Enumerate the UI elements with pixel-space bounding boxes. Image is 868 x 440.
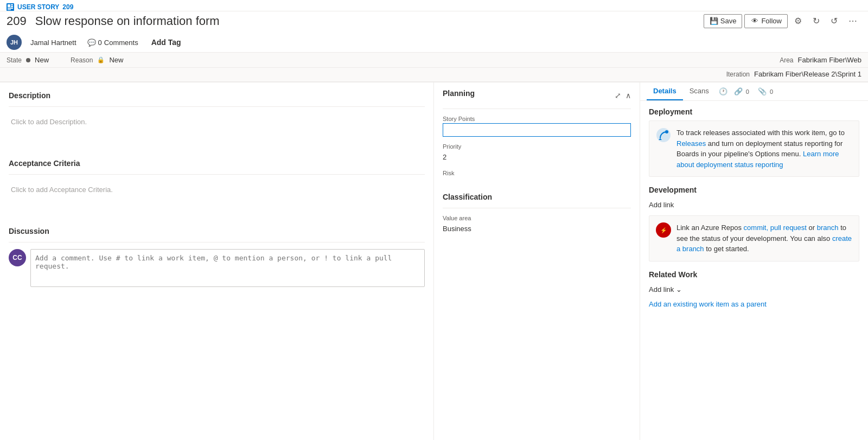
pull-request-link[interactable]: pull request — [770, 224, 807, 232]
author-avatar: JH — [7, 35, 22, 50]
acceptance-criteria-input[interactable]: Click to add Acceptance Criteria. — [9, 181, 425, 214]
eye-icon: 👁 — [750, 17, 759, 25]
planning-expand-icons: ⤢ ∧ — [615, 91, 631, 100]
value-area-label: Value area — [443, 215, 631, 221]
work-item-type: USER STORY 209 — [7, 3, 73, 11]
dev-repo-icon: ⚡ — [656, 222, 671, 238]
attachments-count: 0 — [768, 88, 775, 95]
deployment-section: Deployment To track releases associated … — [649, 107, 859, 177]
state-label: State — [7, 56, 22, 64]
comment-icon: 💬 — [87, 39, 96, 47]
deployment-info-text: To track releases associated with this w… — [676, 127, 852, 170]
lock-icon: 🔒 — [97, 56, 105, 63]
top-bar: USER STORY 209 — [0, 0, 868, 11]
fields-row-2: Iteration Fabrikam Fiber\Release 2\Sprin… — [0, 68, 868, 82]
acceptance-criteria-title: Acceptance Criteria — [9, 159, 425, 168]
chevron-down-icon: ⌄ — [676, 285, 682, 294]
state-value[interactable]: New — [35, 56, 49, 64]
author-name: Jamal Hartnett — [30, 39, 76, 47]
priority-value[interactable]: 2 — [443, 151, 631, 163]
development-info-card: ⚡ Link an Azure Repos commit, pull reque… — [649, 215, 859, 262]
iteration-value[interactable]: Fabrikam Fiber\Release 2\Sprint 1 — [754, 70, 861, 78]
related-work-add-link-button[interactable]: Add link ⌄ — [649, 283, 859, 296]
svg-rect-4 — [8, 8, 13, 9]
middle-pane: Planning ⤢ ∧ Story Points Priority 2 Ris… — [434, 82, 640, 440]
undo-button[interactable]: ↺ — [826, 14, 842, 28]
planning-header: Planning ⤢ ∧ — [443, 89, 631, 102]
risk-value[interactable] — [443, 177, 631, 182]
svg-rect-3 — [11, 6, 13, 7]
refresh-button[interactable]: ↻ — [808, 14, 824, 28]
risk-label: Risk — [443, 170, 631, 176]
comments-button[interactable]: 💬 0 Comments — [85, 37, 141, 48]
description-input[interactable]: Click to add Description. — [9, 113, 425, 146]
fields-row-1: State New Reason 🔒 New Area Fabrikam Fib… — [0, 53, 868, 68]
more-button[interactable]: ⋯ — [844, 14, 861, 28]
branch-link[interactable]: branch — [817, 224, 839, 232]
iteration-label: Iteration — [726, 71, 750, 78]
dev-add-link-label: Add link — [649, 201, 674, 209]
development-info-text: Link an Azure Repos commit, pull request… — [676, 222, 852, 254]
work-item-type-label: USER STORY — [17, 3, 59, 11]
follow-button[interactable]: 👁 Follow — [744, 14, 788, 28]
link-icon: 🔗 — [734, 87, 743, 95]
description-section: Description Click to add Description. — [9, 91, 425, 146]
tab-history[interactable]: 🕐 — [716, 83, 731, 100]
story-points-label: Story Points — [443, 116, 631, 122]
iteration-field-group: Iteration Fabrikam Fiber\Release 2\Sprin… — [726, 70, 861, 78]
user-story-icon — [7, 3, 14, 11]
settings-button[interactable]: ⚙ — [790, 14, 806, 28]
development-section: Development Add link ⚡ Link an Azure Rep… — [649, 186, 859, 262]
area-value[interactable]: Fabrikam Fiber\Web — [797, 56, 861, 64]
expand-icon[interactable]: ⤢ — [615, 91, 621, 100]
toolbar-right: 💾 Save 👁 Follow ⚙ ↻ ↺ ⋯ — [704, 14, 861, 28]
save-button[interactable]: 💾 Save — [704, 14, 743, 28]
classification-section: Classification Value area Business — [443, 193, 631, 235]
tab-scans[interactable]: Scans — [683, 82, 716, 100]
add-tag-button[interactable]: Add Tag — [149, 37, 183, 48]
planning-section: Planning ⤢ ∧ Story Points Priority 2 Ris… — [443, 89, 631, 182]
collapse-icon[interactable]: ∧ — [626, 91, 631, 100]
releases-link[interactable]: Releases — [676, 139, 706, 148]
reason-value[interactable]: New — [109, 56, 123, 64]
area-label: Area — [780, 56, 793, 64]
follow-label: Follow — [761, 17, 782, 25]
save-label: Save — [720, 17, 737, 25]
tab-links[interactable]: 🔗 0 — [731, 83, 755, 100]
reason-label: Reason — [71, 56, 93, 64]
value-area-value[interactable]: Business — [443, 222, 631, 235]
value-area-group: Value area Business — [443, 215, 631, 235]
tab-attachments[interactable]: 📎 0 — [755, 83, 778, 100]
priority-group: Priority 2 — [443, 143, 631, 163]
state-dot-icon — [26, 58, 30, 62]
related-work-add-link-label: Add link — [649, 285, 674, 294]
add-existing-parent-link[interactable]: Add an existing work item as a parent — [649, 300, 767, 308]
work-item-number: 209 — [62, 3, 73, 11]
right-pane-content: Deployment To track releases associated … — [640, 101, 868, 315]
acceptance-criteria-section: Acceptance Criteria Click to add Accepta… — [9, 159, 425, 214]
description-title: Description — [9, 91, 425, 100]
discussion-title: Discussion — [9, 227, 425, 235]
deployment-heading: Deployment — [649, 107, 859, 116]
right-tabs: Details Scans 🕐 🔗 0 📎 0 — [640, 82, 868, 101]
comments-count: 0 — [98, 39, 102, 47]
commit-link[interactable]: commit, — [744, 224, 769, 232]
related-work-section: Related Work Add link ⌄ Add an existing … — [649, 270, 859, 308]
discussion-avatar: CC — [9, 249, 26, 266]
state-field-group: State New — [7, 56, 49, 64]
left-pane: Description Click to add Description. Ac… — [0, 82, 434, 440]
svg-point-6 — [656, 128, 671, 142]
dev-add-link-button[interactable]: Add link — [649, 199, 859, 211]
paperclip-icon: 📎 — [758, 87, 767, 95]
links-count: 0 — [744, 88, 751, 95]
right-pane: Details Scans 🕐 🔗 0 📎 0 Deployment — [640, 82, 868, 440]
planning-title: Planning — [443, 89, 475, 98]
story-points-input[interactable] — [443, 123, 631, 137]
classification-title: Classification — [443, 193, 631, 201]
discussion-input[interactable] — [30, 249, 425, 287]
svg-rect-5 — [8, 9, 11, 10]
history-icon: 🕐 — [719, 87, 727, 95]
discussion-section: Discussion CC — [9, 227, 425, 287]
tab-details[interactable]: Details — [647, 82, 683, 100]
story-points-group: Story Points — [443, 116, 631, 137]
